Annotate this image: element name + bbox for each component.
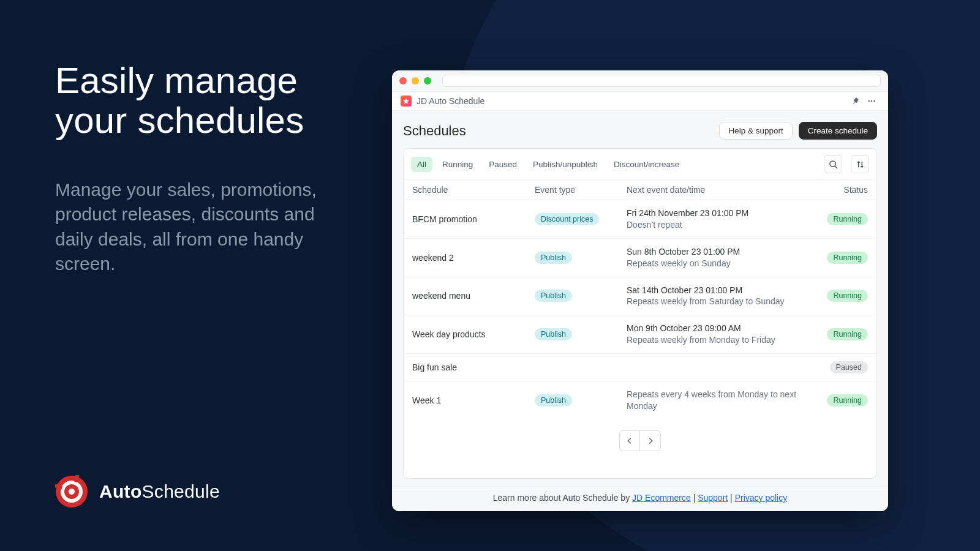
schedule-name: weekend 2 — [412, 253, 535, 263]
schedule-name: BFCM promotion — [412, 214, 535, 224]
subheadline: Manage your sales, promotions, product r… — [55, 178, 349, 277]
schedule-name: Week 1 — [412, 395, 535, 405]
tab-all[interactable]: All — [411, 157, 432, 172]
footer-link-privacy[interactable]: Privacy policy — [735, 493, 788, 503]
pin-icon[interactable] — [848, 97, 864, 105]
page-header: Schedules Help & support Create schedule — [403, 122, 877, 140]
status-pill: Running — [827, 213, 868, 225]
table-row[interactable]: Week day productsPublishMon 9th October … — [404, 315, 876, 354]
status-pill: Running — [827, 290, 868, 302]
url-bar[interactable] — [442, 75, 881, 87]
next-event-cell: Repeats every 4 weeks from Monday to nex… — [627, 389, 813, 412]
col-event-type: Event type — [535, 185, 627, 195]
event-type-pill: Discount prices — [535, 213, 599, 225]
svg-point-8 — [871, 100, 872, 102]
app-bar: JD Auto Schedule — [392, 91, 888, 111]
window-titlebar — [392, 70, 888, 91]
pagination — [404, 419, 876, 465]
event-type-pill: Publish — [535, 252, 572, 264]
svg-line-11 — [835, 166, 837, 168]
create-schedule-button[interactable]: Create schedule — [799, 122, 877, 140]
col-next-event: Next event date/time — [627, 185, 813, 195]
svg-point-10 — [829, 160, 835, 166]
table-header: Schedule Event type Next event date/time… — [404, 180, 876, 200]
table-row[interactable]: Big fun salePaused — [404, 354, 876, 381]
search-button[interactable] — [824, 155, 842, 173]
status-pill: Running — [827, 328, 868, 340]
next-event-cell: Sat 14th October 23 01:00 PMRepeats week… — [627, 285, 813, 308]
col-schedule: Schedule — [412, 185, 535, 195]
brand-name: AutoSchedule — [99, 481, 220, 502]
status-pill: Paused — [830, 361, 868, 373]
svg-point-7 — [868, 100, 869, 102]
event-type-pill: Publish — [535, 394, 572, 407]
tab-discount-increase[interactable]: Discount/increase — [608, 157, 685, 172]
page-title: Schedules — [403, 123, 466, 139]
table-row[interactable]: weekend menuPublishSat 14th October 23 0… — [404, 277, 876, 316]
footer-lead: Learn more about Auto Schedule by — [493, 493, 632, 503]
marketing-copy: Easily manage your schedules Manage your… — [55, 61, 374, 277]
brand: AutoSchedule — [55, 475, 220, 508]
svg-marker-6 — [403, 98, 409, 104]
status-pill: Running — [827, 252, 868, 264]
app-icon — [401, 96, 412, 107]
tab-paused[interactable]: Paused — [483, 157, 523, 172]
app-title: JD Auto Schedule — [417, 96, 484, 106]
svg-point-3 — [69, 489, 75, 495]
tab-running[interactable]: Running — [436, 157, 479, 172]
next-event-cell: Fri 24th November 23 01:00 PMDoesn't rep… — [627, 208, 813, 231]
table-row[interactable]: BFCM promotionDiscount pricesFri 24th No… — [404, 200, 876, 239]
brand-target-icon — [55, 475, 88, 508]
window-close-icon[interactable] — [399, 77, 407, 84]
col-status: Status — [843, 185, 868, 195]
footer-link-support[interactable]: Support — [698, 493, 728, 503]
footer-link-jd[interactable]: JD Ecommerce — [632, 493, 691, 503]
schedule-name: weekend menu — [412, 291, 535, 301]
event-type-pill: Publish — [535, 328, 572, 340]
sort-button[interactable] — [851, 155, 869, 173]
table-row[interactable]: Week 1PublishRepeats every 4 weeks from … — [404, 381, 876, 419]
svg-point-9 — [873, 100, 875, 102]
next-page-button[interactable] — [640, 430, 661, 451]
status-pill: Running — [827, 394, 868, 407]
prev-page-button[interactable] — [619, 430, 640, 451]
table-row[interactable]: weekend 2PublishSun 8th October 23 01:00… — [404, 239, 876, 277]
event-type-pill: Publish — [535, 290, 572, 302]
tab-publish-unpublish[interactable]: Publish/unpublish — [527, 157, 604, 172]
headline: Easily manage your schedules — [55, 61, 374, 141]
schedule-name: Big fun sale — [412, 362, 535, 372]
window-minimize-icon[interactable] — [412, 77, 419, 84]
filter-tabs: AllRunningPausedPublish/unpublishDiscoun… — [404, 149, 876, 180]
more-icon[interactable] — [864, 97, 880, 105]
schedule-name: Week day products — [412, 329, 535, 339]
app-window: JD Auto Schedule Schedules Help & suppor… — [392, 70, 888, 511]
footer: Learn more about Auto Schedule by JD Eco… — [392, 486, 888, 511]
schedules-panel: AllRunningPausedPublish/unpublishDiscoun… — [403, 148, 877, 479]
next-event-cell: Mon 9th October 23 09:00 AMRepeats weekl… — [627, 323, 813, 346]
window-zoom-icon[interactable] — [424, 77, 431, 84]
help-support-button[interactable]: Help & support — [719, 122, 792, 140]
next-event-cell: Sun 8th October 23 01:00 PMRepeats weekl… — [627, 246, 813, 269]
